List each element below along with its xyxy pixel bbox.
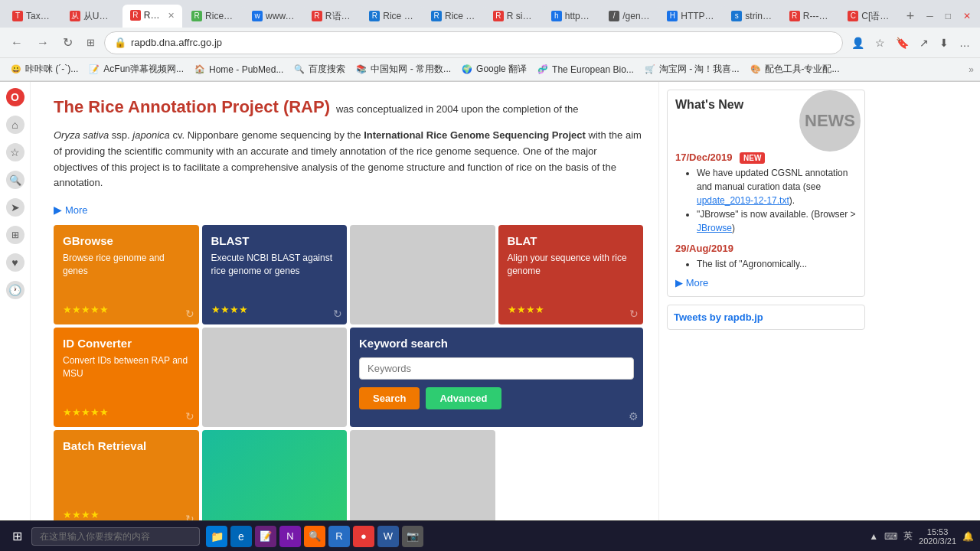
extensions-button[interactable]: ⊞ — [82, 34, 100, 51]
heart-icon[interactable]: ♥ — [6, 253, 24, 272]
whats-new-more-btn[interactable]: ▶ More — [675, 277, 857, 289]
browser-chrome: TTaxon...从从Unip...RRAP...✕RRice G...wwww… — [0, 0, 980, 82]
tweets-section: Tweets by rapdb.jp — [667, 305, 865, 330]
more-link[interactable]: More — [65, 204, 88, 216]
tab-tab4[interactable]: RRice G... — [184, 5, 243, 28]
tab-close-tab3[interactable]: ✕ — [168, 11, 175, 21]
nav-bar: ← → ↻ ⊞ 🔒 rapdb.dna.affrc.go.jp 👤 ☆ 🔖 ↗ … — [0, 28, 980, 58]
tab-tab1[interactable]: TTaxon... — [5, 5, 60, 28]
news-date-2: 29/Aug/2019 — [675, 243, 857, 254]
gbrowse-refresh-icon: ↻ — [185, 308, 194, 320]
bookmark-7[interactable]: 🛒淘宝网 - 淘！我喜... — [640, 61, 744, 77]
bookmark-5[interactable]: 🌍Google 翻译 — [457, 61, 531, 77]
taskbar-app-edge[interactable]: e — [230, 526, 252, 547]
taskbar-app-camera[interactable]: 📷 — [402, 526, 423, 547]
collections-sidebar-icon[interactable]: ⊞ — [6, 226, 24, 244]
photo-card-2 — [202, 328, 348, 427]
tab-tab5[interactable]: wwww.b... — [244, 5, 302, 28]
tab-tab6[interactable]: RR语言... — [304, 5, 360, 28]
favorites-icon[interactable]: ☆ — [6, 143, 24, 161]
tab-tab10[interactable]: hhttps:/... — [544, 5, 599, 28]
new-tab-button[interactable]: + — [900, 8, 921, 24]
address-bar[interactable]: 🔒 rapdb.dna.affrc.go.jp — [104, 31, 843, 54]
tab-tab14[interactable]: RR----st... — [782, 5, 839, 28]
start-button[interactable]: ⊞ — [6, 526, 28, 546]
keyword-search-card: Keyword search Search Advanced ⚙ — [350, 328, 643, 427]
blast-card[interactable]: BLAST Execute NCBI BLAST against rice ge… — [202, 225, 348, 324]
collections-button[interactable]: 🔖 — [892, 34, 913, 51]
bookmarks-overflow[interactable]: » — [969, 64, 974, 75]
taskbar-apps: 📁 e 📝 N 🔍 R ● W 📷 — [206, 526, 423, 547]
search-icon[interactable]: 🔍 — [6, 171, 24, 189]
dev-icon: 📝 — [260, 530, 272, 542]
bookmark-0[interactable]: 😀咔咔咪 (´-`)... — [6, 61, 83, 77]
taskbar-app-explorer[interactable]: 📁 — [206, 526, 227, 547]
search-button[interactable]: Search — [359, 387, 420, 409]
bookmark-3[interactable]: 🔍百度搜索 — [289, 61, 350, 77]
maximize-button[interactable]: □ — [941, 8, 956, 24]
bookmark-1[interactable]: 📝AcFun弹幕视频网... — [84, 61, 188, 77]
download-button[interactable]: ⬇ — [936, 34, 952, 51]
id-converter-card[interactable]: ID Converter Convert IDs between RAP and… — [54, 328, 199, 427]
batch-retrieval-card[interactable]: Batch Retrieval ★★★★ ↻ — [54, 430, 199, 530]
intro-paragraph: Oryza sativa ssp. japonica cv. Nipponbar… — [54, 128, 643, 191]
close-button[interactable]: ✕ — [959, 8, 975, 24]
blat-card[interactable]: BLAT Align your sequence with rice genom… — [498, 225, 644, 324]
taskbar-app-r[interactable]: R — [328, 526, 350, 547]
tab-tab7[interactable]: RRice St... — [361, 5, 422, 28]
keyword-input[interactable] — [359, 357, 634, 380]
taskbar-app-dev[interactable]: 📝 — [255, 526, 276, 547]
tab-tab9[interactable]: RR sink... — [485, 5, 542, 28]
nav-actions: 👤 ☆ 🔖 ↗ ⬇ … — [848, 34, 974, 51]
history-icon[interactable]: 🕐 — [6, 281, 24, 299]
star-button[interactable]: ☆ — [871, 34, 889, 51]
tab-tab2[interactable]: 从从Unip... — [62, 5, 121, 28]
taskbar-app-word[interactable]: W — [377, 526, 399, 547]
news-item-2: "JBrowse" is now available. (Browser > J… — [697, 207, 857, 235]
tab-tab11[interactable]: //gene/... — [601, 5, 658, 28]
bookmark-4[interactable]: 📚中国知网 - 常用数... — [351, 61, 456, 77]
blat-stars: ★★★★ — [508, 304, 635, 315]
forward-sidebar-icon[interactable]: ➤ — [6, 198, 24, 217]
share-button[interactable]: ↗ — [916, 34, 933, 51]
minimize-button[interactable]: ─ — [922, 8, 938, 24]
tab-tab3[interactable]: RRAP...✕ — [122, 5, 182, 28]
refresh-button[interactable]: ↻ — [58, 32, 77, 53]
notification-icon[interactable]: 🔔 — [962, 531, 974, 542]
blast-refresh-icon: ↻ — [333, 308, 342, 320]
forward-button[interactable]: → — [32, 33, 54, 53]
tab-tab8[interactable]: RRice St... — [423, 5, 484, 28]
bookmark-8[interactable]: 🎨配色工具-专业配... — [746, 61, 844, 77]
news-item-1: We have updated CGSNL annotation and man… — [697, 166, 857, 207]
tab-tab12[interactable]: HHTTP E... — [659, 5, 722, 28]
settings-button[interactable]: … — [956, 34, 974, 51]
news-icon-text: NEWS — [805, 111, 855, 131]
whats-new-panel: What's New NEWS 17/Dec/2019 NEW We have … — [667, 90, 865, 297]
bookmark-2[interactable]: 🏠Home - PubMed... — [190, 61, 288, 77]
gbrowse-stars: ★★★★★ — [63, 304, 190, 315]
gbrowse-card[interactable]: GBrowse Browse rice genome and genes ★★★… — [54, 225, 199, 324]
right-panel: What's New NEWS 17/Dec/2019 NEW We have … — [658, 82, 873, 551]
update-link[interactable]: update_2019-12-17.txt — [697, 195, 789, 206]
subspecies-name: japonica — [132, 129, 169, 141]
profile-button[interactable]: 👤 — [848, 34, 868, 51]
advanced-button[interactable]: Advanced — [426, 387, 501, 409]
word-icon: W — [384, 530, 393, 542]
tab-tab13[interactable]: sstringr... — [724, 5, 779, 28]
taskbar-app-search[interactable]: 🔍 — [304, 526, 325, 547]
photo-card-4 — [350, 430, 495, 530]
jbrowse-link[interactable]: JBrowse — [697, 223, 732, 233]
time-text: 15:53 — [927, 527, 949, 536]
tab-tab15[interactable]: CC[语言... — [840, 5, 898, 28]
more-label: More — [686, 277, 709, 289]
bookmark-6[interactable]: 🧬The European Bio... — [533, 61, 639, 77]
irgsp-link[interactable]: International Rice Genome Sequencing Pro… — [364, 129, 586, 141]
taskbar-app-onenote[interactable]: N — [279, 526, 301, 547]
page-body: The Rice Annotation Project (RAP) was co… — [31, 82, 658, 551]
back-button[interactable]: ← — [6, 33, 28, 53]
news-date-1: 17/Dec/2019 NEW — [675, 152, 857, 163]
taskbar-search-input[interactable] — [31, 527, 200, 546]
id-converter-refresh-icon: ↻ — [185, 410, 194, 422]
taskbar-app-red[interactable]: ● — [353, 526, 374, 547]
home-icon[interactable]: ⌂ — [6, 116, 24, 134]
